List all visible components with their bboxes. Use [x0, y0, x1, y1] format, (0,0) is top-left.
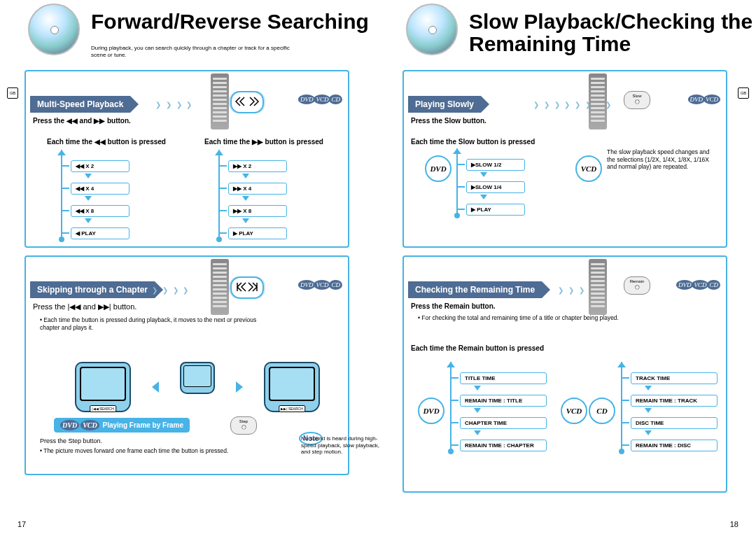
format-badges: DVDVCDCD — [300, 281, 342, 288]
forward-column: Each time the ▶▶ button is pressed ▶▶ X … — [204, 138, 327, 239]
skip-buttons-icon — [230, 276, 264, 299]
tv-label: ▶▶| SEARCH — [279, 405, 305, 412]
step-pill: REMAIN TIME : TRACK — [631, 395, 718, 407]
bullet-note: For checking the total and remaining tim… — [418, 314, 628, 322]
step-pill: REMAIN TIME : CHAPTER — [460, 440, 547, 451]
remote-graphic — [589, 73, 607, 129]
step-pill: ▶▶ X 8 — [228, 205, 287, 217]
page-title-left: Forward/Reverse Searching — [91, 10, 369, 33]
rew-ff-icon — [230, 91, 264, 113]
section-slow: Playing Slowly ❯ ❯ ❯ ❯ ❯ ❯ ❯ ❯ Slow◯ DVD… — [402, 70, 727, 248]
frame-instruction: Press the Step button. — [40, 437, 102, 445]
slow-button-graphic: Slow◯ — [624, 91, 650, 109]
section-multispeed: Multi-Speed Playback ❯ ❯ ❯ ❯ DVDVCDCD Pr… — [24, 70, 349, 248]
step-pill: REMAIN TIME : DISC — [631, 440, 718, 451]
section-remaining: Checking the Remaining Time ❯ ❯ ❯ Remain… — [402, 255, 727, 493]
col-title: Each time the ▶▶ button is pressed — [204, 138, 327, 146]
format-badges: DVDVCDCD — [678, 281, 720, 288]
step-pill: ▶▶ X 2 — [228, 160, 287, 172]
step-pill: DISC TIME — [631, 417, 718, 429]
step-pill: TITLE TIME — [460, 372, 547, 384]
step-pill: ◀◀ X 2 — [71, 160, 130, 172]
instruction: Press the Slow button. — [411, 117, 486, 125]
instruction: Press the |◀◀ and ▶▶| button. — [33, 302, 136, 311]
tv-diagram: |◀◀ SEARCH ▶▶| SEARCH — [75, 362, 320, 412]
remote-graphic — [589, 259, 607, 315]
arrow-right-icon — [236, 381, 243, 393]
chevrons-icon: ❯ ❯ ❯ ❯ — [152, 286, 190, 294]
vcd-badge: VCD — [561, 398, 587, 424]
instruction: Press the Remain button. — [411, 302, 496, 310]
arrow-left-icon — [152, 381, 159, 393]
step-pill: ▶ PLAY — [466, 204, 525, 216]
col-title: Each time the ◀◀ button is pressed — [47, 138, 169, 146]
disc-graphic — [406, 3, 458, 55]
lang-badge: GB — [738, 87, 749, 99]
note-text: No sound is heard during high-speed play… — [301, 435, 385, 456]
chevrons-icon: ❯ ❯ ❯ — [558, 286, 586, 294]
bullet-note: Each time the button is pressed during p… — [40, 316, 264, 331]
page-number: 18 — [730, 520, 738, 528]
page-title-right: Slow Playback/Checking the Remaining Tim… — [469, 10, 756, 55]
page-number: 17 — [18, 520, 26, 528]
tv-label: |◀◀ SEARCH — [90, 405, 116, 412]
step-pill: TRACK TIME — [631, 372, 718, 384]
frame-section-flag: DVDVCD Playing Frame by Frame — [54, 418, 190, 433]
step-button-graphic: Step◯ — [230, 416, 257, 435]
step-pill: ◀◀ X 4 — [71, 183, 130, 195]
section-flag: Checking the Remaining Time — [408, 281, 542, 298]
subhead: Each time the Slow button is pressed — [411, 138, 535, 146]
vcd-badge: VCD — [575, 155, 602, 182]
reverse-column: Each time the ◀◀ button is pressed ◀◀ X … — [47, 138, 169, 239]
step-pill: ▶SLOW 1/4 — [466, 181, 525, 193]
dvd-badge: DVD — [425, 155, 451, 182]
step-pill: ▶▶ X 4 — [228, 183, 287, 195]
section-flag: Skipping through a Chapter — [30, 281, 155, 298]
frame-bullet: The picture moves forward one frame each… — [40, 447, 264, 455]
remain-button-graphic: Remain◯ — [624, 276, 650, 295]
intro-text: During playback, you can search quickly … — [91, 45, 301, 58]
step-pill: ◀◀ X 8 — [71, 205, 130, 217]
format-badges: DVDVCD — [690, 96, 721, 103]
slow-explanation: The slow playback speed changes and the … — [607, 148, 719, 171]
step-pill: CHAPTER TIME — [460, 417, 547, 429]
remote-graphic — [211, 73, 229, 129]
format-badges: DVDVCDCD — [300, 96, 342, 103]
instruction: Press the ◀◀ and ▶▶ button. — [33, 117, 131, 125]
step-pill: REMAIN TIME : TITLE — [460, 395, 547, 407]
step-pill: ◀ PLAY — [71, 227, 130, 239]
cd-badge: CD — [589, 398, 615, 424]
section-flag: Playing Slowly — [408, 96, 481, 113]
disc-graphic — [28, 3, 80, 55]
step-pill: ▶ PLAY — [228, 227, 287, 239]
subhead: Each time the Remain button is pressed — [411, 344, 544, 352]
remote-graphic — [211, 259, 229, 315]
dvd-badge: DVD — [418, 398, 444, 424]
chevrons-icon: ❯ ❯ ❯ ❯ — [155, 101, 193, 108]
step-pill: ▶SLOW 1/2 — [466, 159, 525, 171]
section-flag: Multi-Speed Playback — [30, 96, 130, 113]
lang-badge: GB — [7, 87, 18, 99]
